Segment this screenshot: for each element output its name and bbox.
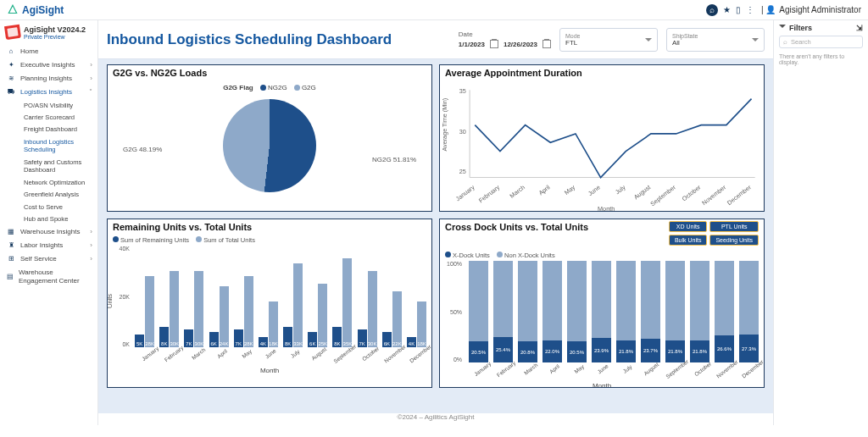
footer: ©2024 – Agilitics AgiSight	[98, 413, 773, 425]
sidebar: AgiSight V2024.2 Private Preview ⌂Home✦E…	[0, 20, 98, 425]
pie-chart	[223, 99, 316, 192]
sidebar-subitem[interactable]: Hub and Spoke	[20, 213, 97, 225]
filters-empty: There aren't any filters to display.	[779, 53, 863, 65]
svg-text:Average Time (Min): Average Time (Min)	[441, 98, 448, 152]
svg-text:30: 30	[459, 128, 466, 136]
top-actions: ⌕ ★ ▯ ⋮	[706, 4, 754, 16]
nav: ⌂Home✦Executive Insights›≋Planning Insig…	[0, 45, 97, 288]
search-icon[interactable]: ⌕	[706, 4, 718, 16]
sidebar-item[interactable]: ⊞Self Service›	[0, 252, 97, 266]
ptl-units-button[interactable]: PTL Units	[709, 221, 759, 232]
svg-text:Month: Month	[598, 205, 615, 212]
chart-g2g-pie: G2G vs. NG2G Loads G2G Flag NG2G G2G NG2…	[107, 64, 432, 212]
seeding-units-button[interactable]: Seeding Units	[709, 235, 759, 246]
app-tag: AgiSight V2024.2 Private Preview	[0, 24, 97, 45]
shipstate-select[interactable]: ShipState All	[666, 28, 765, 52]
bulk-units-button[interactable]: Bulk Units	[669, 235, 708, 246]
svg-text:May: May	[563, 183, 577, 196]
filters-panel: Filters⇲ ⌕Search There aren't any filter…	[773, 20, 868, 425]
mode-select[interactable]: Mode FTL	[559, 28, 658, 52]
svg-text:September: September	[648, 183, 677, 207]
svg-text:April: April	[537, 183, 552, 196]
svg-text:August: August	[632, 183, 652, 201]
chart-remaining-units: Remaining Units vs. Total Units Sum of R…	[107, 218, 432, 388]
svg-text:35: 35	[459, 87, 466, 95]
sidebar-item[interactable]: ✦Executive Insights›	[0, 58, 97, 72]
brand: AgiSight	[7, 4, 64, 16]
sidebar-subitem[interactable]: PO/ASN Visibility	[20, 99, 97, 111]
search-icon: ⌕	[783, 38, 787, 46]
sidebar-subitem[interactable]: Freight Dashboard	[20, 124, 97, 136]
sidebar-subitem[interactable]: Safety and Customs Dashboard	[20, 156, 97, 176]
sidebar-item[interactable]: ▦Warehouse Insights›	[0, 225, 97, 239]
sidebar-subitem[interactable]: Greenfield Analysis	[20, 189, 97, 201]
sidebar-item[interactable]: ⌂Home	[0, 45, 97, 58]
sidebar-item[interactable]: ♜Labor Insights›	[0, 239, 97, 252]
more-icon[interactable]: ⋮	[746, 5, 754, 14]
sidebar-subitem[interactable]: Cost to Serve	[20, 201, 97, 213]
filter-icon	[779, 25, 786, 31]
chart-appt-duration: Average Appointment Duration Average Tim…	[439, 64, 765, 212]
calendar-icon	[490, 40, 498, 48]
sidebar-item[interactable]: ≋Planning Insights›	[0, 72, 97, 86]
calendar-icon	[542, 40, 551, 48]
chart-buttons: XD Units PTL Units Bulk Units Seeding Un…	[669, 221, 759, 246]
sidebar-subitem[interactable]: Network Optimization	[20, 176, 97, 188]
top-bar: AgiSight ⌕ ★ ▯ ⋮ | 👤 Agisight Administra…	[0, 0, 868, 20]
page-title: Inbound Logistics Scheduling Dashboard	[107, 31, 392, 48]
svg-text:July: July	[614, 183, 627, 196]
user-menu[interactable]: | 👤 Agisight Administrator	[761, 5, 861, 14]
svg-text:January: January	[454, 183, 476, 202]
svg-text:25: 25	[459, 168, 466, 175]
svg-text:June: June	[587, 183, 602, 197]
svg-text:March: March	[508, 183, 526, 199]
chart-grid: G2G vs. NG2G Loads G2G Flag NG2G G2G NG2…	[98, 59, 773, 413]
bookmark-icon[interactable]: ★	[723, 5, 731, 14]
page-icon[interactable]: ▯	[736, 5, 741, 14]
xd-units-button[interactable]: XD Units	[669, 221, 708, 232]
svg-text:February: February	[477, 183, 502, 204]
bar-chart: 40K20K0K 5K28K8K30K7K30K6K24K7K28K4K18K8…	[108, 246, 431, 347]
sidebar-item[interactable]: ▤Warehouse Engagement Center	[0, 266, 97, 288]
sidebar-item[interactable]: ⛟Logistics Insights˅	[0, 86, 97, 99]
dashboard-header: Inbound Logistics Scheduling Dashboard D…	[98, 20, 773, 59]
chart-cross-dock: Cross Dock Units vs. Total Units XD Unit…	[439, 218, 765, 388]
user-icon: | 👤	[761, 5, 776, 14]
svg-text:November: November	[700, 183, 727, 207]
expand-icon[interactable]: ⇲	[856, 24, 863, 32]
sidebar-subitem[interactable]: Inbound Logistics Scheduling	[20, 136, 97, 156]
app-logo-icon	[4, 25, 21, 40]
main: Inbound Logistics Scheduling Dashboard D…	[98, 20, 773, 425]
date-filter[interactable]: Date 1/1/2023 12/26/2023	[459, 30, 551, 48]
filter-search[interactable]: ⌕Search	[779, 36, 863, 48]
svg-text:December: December	[726, 183, 753, 207]
sidebar-subitem[interactable]: Carrier Scorecard	[20, 111, 97, 123]
line-chart: Average Time (Min) 35 30 25 JanuaryFebru…	[440, 80, 764, 212]
svg-text:October: October	[681, 183, 703, 202]
stacked-bar-chart: 100%50%0% 20.5%25.4%20.8%22.0%20.5%23.9%…	[440, 261, 764, 362]
